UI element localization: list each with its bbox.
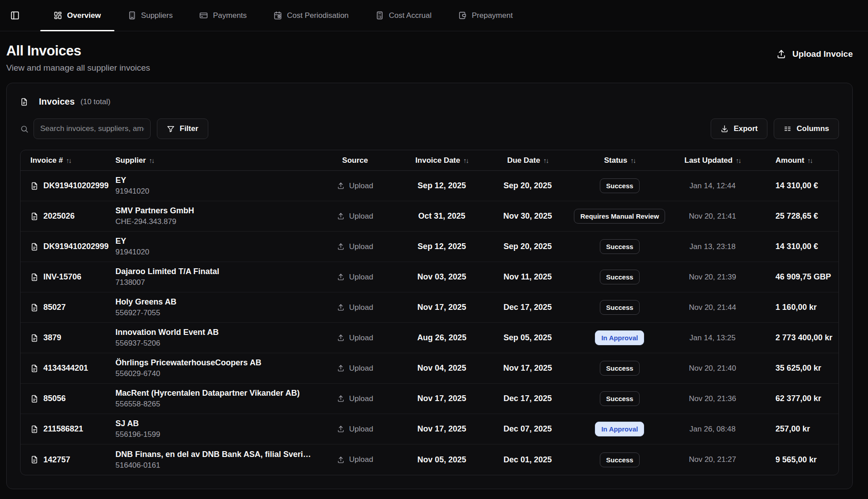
table-row[interactable]: INV-15706 Dajaroo Limited T/A Finatal 71… (21, 262, 839, 292)
filter-button[interactable]: Filter (157, 118, 208, 139)
column-header-invoice[interactable]: Invoice # ↑↓ (21, 156, 115, 165)
search-input[interactable] (34, 118, 151, 139)
file-text-icon (30, 425, 38, 433)
columns-icon (784, 125, 792, 133)
table-row[interactable]: DK919410202999 EY 91941020 Upload Sep 12… (21, 232, 839, 262)
file-text-icon (30, 273, 38, 281)
tab-payments[interactable]: Payments (186, 0, 260, 31)
invoice-date: Nov 05, 2025 (417, 455, 466, 465)
tab-label: Suppliers (141, 11, 173, 20)
last-updated: Nov 20, 21:44 (689, 303, 736, 312)
due-date-cell: Sep 05, 2025 (485, 333, 570, 343)
invoice-table-header: Invoice # ↑↓ Supplier ↑↓ Source Invoice … (21, 150, 839, 171)
source-upload-link[interactable]: Upload (337, 455, 373, 464)
invoice-date: Sep 12, 2025 (417, 181, 466, 190)
last-updated: Jan 14, 12:44 (690, 182, 736, 190)
source-upload-label: Upload (349, 303, 373, 312)
last-updated-cell: Nov 20, 21:44 (669, 303, 756, 312)
last-updated: Nov 20, 21:40 (689, 364, 736, 373)
source-upload-link[interactable]: Upload (337, 303, 373, 312)
source-upload-label: Upload (349, 334, 373, 343)
tab-label: Payments (213, 11, 247, 20)
table-row[interactable]: 85027 Holy Greens AB 556927-7055 Upload … (21, 292, 839, 323)
columns-button[interactable]: Columns (774, 118, 839, 139)
source-upload-link[interactable]: Upload (337, 425, 373, 434)
invoice-date: Oct 31, 2025 (418, 211, 465, 221)
card-title: Invoices (39, 97, 75, 107)
source-cell: Upload (312, 425, 398, 434)
upload-icon (337, 182, 345, 190)
source-upload-link[interactable]: Upload (337, 334, 373, 343)
wallet-icon (458, 11, 467, 20)
source-cell: Upload (312, 364, 398, 373)
file-text-icon (30, 182, 38, 190)
table-row[interactable]: 2025026 SMV Partners GmbH CHE-294.343.87… (21, 201, 839, 232)
download-icon (721, 125, 729, 133)
last-updated: Nov 20, 21:39 (689, 273, 736, 282)
invoice-date-cell: Sep 12, 2025 (398, 181, 485, 190)
tab-cost-periodisation[interactable]: Cost Periodisation (260, 0, 362, 31)
invoice-number-cell: 142757 (21, 455, 115, 465)
filter-label: Filter (180, 124, 198, 133)
sidebar-toggle-button[interactable] (7, 8, 22, 23)
calculator-icon (375, 11, 384, 20)
due-date-cell: Sep 20, 2025 (485, 242, 570, 251)
amount-cell: 1 160,00 kr (756, 303, 839, 312)
table-row[interactable]: 85056 MacRent (Hyrcentalen Datapartner V… (21, 384, 839, 414)
column-header-status[interactable]: Status ↑↓ (570, 156, 669, 165)
amount: 35 625,00 kr (775, 364, 821, 373)
column-header-due-date[interactable]: Due Date ↑↓ (485, 156, 570, 165)
top-tab-bar: Overview Suppliers Payments Cost Periodi… (0, 0, 868, 31)
invoice-number: 3879 (43, 333, 61, 343)
last-updated-cell: Nov 20, 21:27 (669, 455, 756, 464)
upload-icon (337, 456, 345, 464)
supplier-name: Öhrlings PricewaterhouseCoopers AB (115, 358, 261, 368)
table-row[interactable]: 4134344201 Öhrlings PricewaterhouseCoope… (21, 353, 839, 384)
sort-icon: ↑↓ (807, 156, 812, 164)
column-header-source: Source (312, 156, 398, 165)
invoice-count: (10 total) (80, 97, 110, 106)
amount-cell: 14 310,00 € (756, 242, 839, 251)
invoice-date-cell: Nov 05, 2025 (398, 455, 485, 465)
invoice-number-cell: DK919410202999 (21, 181, 115, 190)
invoice-date-cell: Oct 31, 2025 (398, 211, 485, 221)
upload-invoice-label: Upload Invoice (792, 49, 853, 59)
last-updated-cell: Nov 20, 21:41 (669, 212, 756, 221)
last-updated-cell: Jan 14, 12:44 (669, 182, 756, 190)
source-upload-link[interactable]: Upload (337, 394, 373, 403)
tab-cost-accrual[interactable]: Cost Accrual (362, 0, 445, 31)
source-upload-link[interactable]: Upload (337, 364, 373, 373)
column-header-invoice-date[interactable]: Invoice Date ↑↓ (398, 156, 485, 165)
source-upload-link[interactable]: Upload (337, 242, 373, 251)
source-upload-label: Upload (349, 425, 373, 434)
upload-invoice-button[interactable]: Upload Invoice (776, 49, 853, 59)
supplier-id: 516406-0161 (115, 461, 312, 470)
last-updated-cell: Jan 14, 13:25 (669, 334, 756, 343)
amount: 2 773 400,00 kr (775, 333, 832, 343)
invoice-date: Sep 12, 2025 (417, 242, 466, 251)
invoice-number-cell: 211586821 (21, 424, 115, 434)
column-header-amount[interactable]: Amount ↑↓ (756, 156, 839, 165)
tab-overview[interactable]: Overview (40, 0, 114, 31)
column-header-supplier[interactable]: Supplier ↑↓ (115, 156, 312, 165)
due-date: Nov 17, 2025 (503, 364, 552, 373)
invoice-date: Nov 04, 2025 (417, 364, 466, 373)
search-icon (20, 125, 29, 133)
due-date-cell: Nov 30, 2025 (485, 211, 570, 221)
tab-suppliers[interactable]: Suppliers (114, 0, 186, 31)
supplier-cell: SJ AB 556196-1599 (115, 419, 312, 439)
table-row[interactable]: DK919410202999 EY 91941020 Upload Sep 12… (21, 171, 839, 201)
upload-icon (337, 212, 345, 220)
source-upload-link[interactable]: Upload (337, 212, 373, 221)
source-upload-link[interactable]: Upload (337, 273, 373, 282)
export-button[interactable]: Export (711, 118, 767, 139)
column-header-last-updated[interactable]: Last Updated ↑↓ (669, 156, 756, 165)
table-row[interactable]: 142757 DNB Finans, en del av DNB Bank AS… (21, 444, 839, 475)
table-toolbar: Filter Export Columns (20, 118, 839, 139)
status-cell: Success (570, 178, 669, 193)
source-upload-link[interactable]: Upload (337, 182, 373, 190)
table-row[interactable]: 211586821 SJ AB 556196-1599 Upload Nov 1… (21, 414, 839, 444)
tab-prepayment[interactable]: Prepayment (445, 0, 526, 31)
file-text-icon (30, 364, 38, 372)
table-row[interactable]: 3879 Innovation World Event AB 556937-52… (21, 323, 839, 353)
